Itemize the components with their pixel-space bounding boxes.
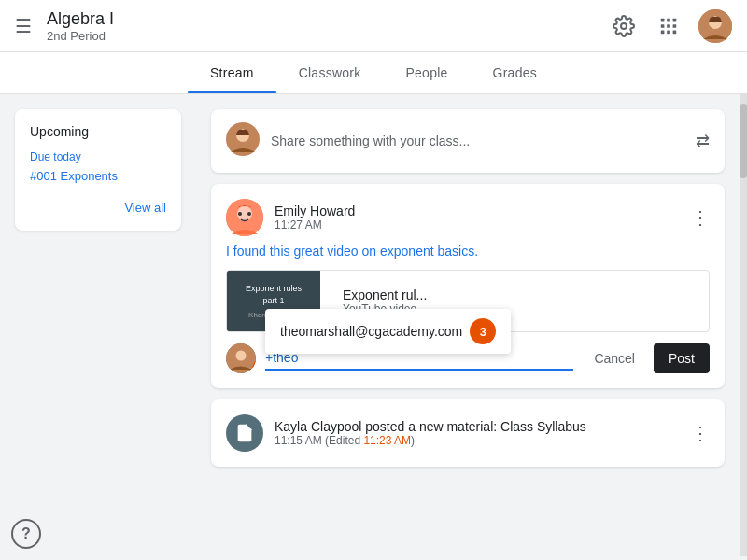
- video-title: Exponent rul...: [343, 287, 430, 302]
- post-menu-icon[interactable]: ⋮: [691, 206, 710, 229]
- svg-rect-3: [673, 18, 677, 21]
- comment-input-wrap: theomarshall@cgacademy.com 3: [265, 346, 573, 371]
- svg-point-17: [247, 212, 251, 216]
- tab-classwork[interactable]: Classwork: [276, 52, 384, 93]
- svg-rect-6: [673, 24, 677, 28]
- view-all: View all: [30, 199, 166, 216]
- material-title: Kayla Claypool posted a new material: Cl…: [275, 419, 680, 434]
- svg-point-19: [236, 351, 247, 361]
- class-title: Algebra I: [47, 9, 114, 29]
- user-avatar[interactable]: [698, 9, 732, 43]
- feed: Share something with your class... ⇄: [196, 94, 740, 556]
- autocomplete-badge: 3: [470, 318, 496, 344]
- grid-icon[interactable]: [654, 11, 684, 41]
- header-right: [609, 9, 732, 43]
- comment-actions: Cancel Post: [583, 343, 710, 373]
- share-avatar: [226, 122, 260, 160]
- post-author-info: Emily Howard 11:27 AM: [275, 203, 680, 231]
- scroll-thumb: [740, 104, 747, 178]
- material-info: Kayla Claypool posted a new material: Cl…: [275, 419, 680, 447]
- emily-avatar: [226, 199, 263, 236]
- share-placeholder[interactable]: Share something with your class...: [271, 133, 684, 148]
- main-content: Upcoming Due today #001 Exponents View a…: [0, 94, 747, 556]
- sidebar: Upcoming Due today #001 Exponents View a…: [0, 94, 196, 556]
- tab-grades[interactable]: Grades: [471, 52, 559, 93]
- svg-rect-4: [661, 24, 665, 28]
- material-icon: [226, 414, 263, 452]
- svg-rect-7: [661, 30, 665, 34]
- assignment-link[interactable]: #001 Exponents: [30, 169, 118, 183]
- view-all-link[interactable]: View all: [124, 201, 166, 215]
- material-time: 11:15 AM (Edited 11:23 AM): [275, 434, 680, 447]
- post-button[interactable]: Post: [654, 343, 710, 373]
- svg-rect-9: [673, 30, 677, 34]
- share-card[interactable]: Share something with your class... ⇄: [211, 109, 725, 173]
- scroll-track[interactable]: [740, 94, 747, 556]
- header-left: ☰ Algebra I 2nd Period: [15, 9, 114, 43]
- menu-icon[interactable]: ☰: [15, 15, 32, 37]
- svg-rect-5: [667, 24, 670, 28]
- settings-icon[interactable]: [609, 11, 639, 41]
- svg-point-16: [238, 212, 242, 216]
- svg-rect-1: [661, 18, 665, 21]
- post-card: Emily Howard 11:27 AM ⋮ I found this gre…: [211, 184, 725, 388]
- due-today-label: Due today: [30, 150, 166, 163]
- help-button[interactable]: ?: [11, 519, 41, 549]
- upcoming-card: Upcoming Due today #001 Exponents View a…: [15, 109, 181, 231]
- nav-tabs: Stream Classwork People Grades: [0, 52, 747, 94]
- class-subtitle: 2nd Period: [47, 29, 114, 43]
- autocomplete-dropdown[interactable]: theomarshall@cgacademy.com 3: [265, 309, 511, 354]
- autocomplete-email: theomarshall@cgacademy.com: [280, 324, 462, 339]
- header-title: Algebra I 2nd Period: [47, 9, 114, 43]
- tab-people[interactable]: People: [383, 52, 470, 93]
- comment-row: 2 theomarshall@cgacademy.com 3 Cancel Po…: [226, 343, 710, 373]
- post-author-name: Emily Howard: [275, 203, 680, 218]
- svg-rect-8: [667, 30, 670, 34]
- upcoming-title: Upcoming: [30, 124, 166, 139]
- post-body: I found this great video on exponent bas…: [226, 244, 710, 259]
- tab-stream[interactable]: Stream: [188, 52, 276, 93]
- header: ☰ Algebra I 2nd Period: [0, 0, 747, 52]
- svg-rect-2: [667, 18, 670, 21]
- material-menu-icon[interactable]: ⋮: [691, 422, 710, 444]
- cancel-button[interactable]: Cancel: [583, 345, 646, 371]
- share-icon[interactable]: ⇄: [696, 131, 710, 151]
- post-header: Emily Howard 11:27 AM ⋮: [226, 199, 710, 236]
- material-card: Kayla Claypool posted a new material: Cl…: [211, 399, 725, 467]
- svg-point-0: [621, 23, 627, 29]
- comment-area: 2 theomarshall@cgacademy.com 3 Cancel Po…: [226, 343, 710, 373]
- commenter-avatar: 2: [226, 343, 256, 373]
- post-time: 11:27 AM: [275, 218, 680, 231]
